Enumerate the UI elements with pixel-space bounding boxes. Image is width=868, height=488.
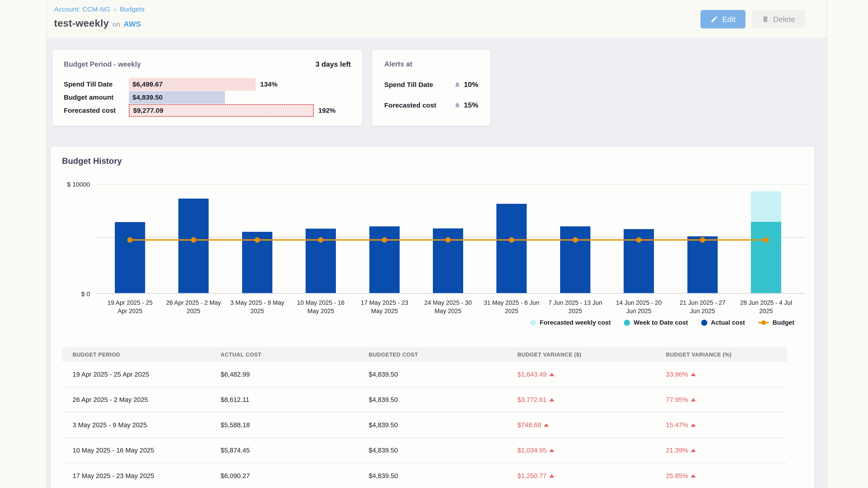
alert-threshold-value: 15% <box>464 101 478 109</box>
cell-actual-cost: $8,612.11 <box>221 396 369 403</box>
cell-actual-cost: $6,090.27 <box>221 472 369 480</box>
budget-period-head: Budget Period - weekly 3 days left <box>64 60 351 68</box>
chart-x-label: 10 May 2025 - 16 May 2025 <box>285 299 357 315</box>
table-column-header: BUDGET VARIANCE (%) <box>666 352 787 358</box>
cell-actual-cost: $5,874.45 <box>221 447 369 454</box>
budget-line-point[interactable] <box>700 237 705 242</box>
budget-line-point[interactable] <box>382 237 387 242</box>
triangle-up-icon <box>549 474 554 478</box>
table-row: 10 May 2025 - 16 May 2025$5,874.45$4,839… <box>62 438 787 463</box>
budget-line-point[interactable] <box>572 237 578 242</box>
chart-x-label: 24 May 2025 - 30 May 2025 <box>412 299 484 315</box>
triangle-up-icon <box>691 423 696 427</box>
delete-button-label: Delete <box>773 15 795 24</box>
legend-item-label: Week to Date cost <box>633 319 688 326</box>
budget-line-point[interactable] <box>445 237 451 242</box>
y-axis-zero-label: $ 0 <box>51 291 90 298</box>
table-header-row: BUDGET PERIODACTUAL COSTBUDGETED COSTBUD… <box>62 347 787 362</box>
alert-row-label: Spend Till Date <box>384 81 433 89</box>
budget-line-point[interactable] <box>191 237 196 242</box>
table-row: 3 May 2025 - 9 May 2025$5,588.18$4,839.5… <box>62 413 787 438</box>
budget-period-bar: $9,277.09 <box>129 104 314 117</box>
legend-item[interactable]: Budget <box>758 319 794 326</box>
cell-budget-period: 26 Apr 2025 - 2 May 2025 <box>72 396 221 403</box>
alert-row: Spend Till Date10% <box>384 80 478 89</box>
alerts-title: Alerts at <box>384 60 412 68</box>
cell-budget-period: 17 May 2025 - 23 May 2025 <box>72 472 221 480</box>
budget-line-point[interactable] <box>636 237 642 242</box>
actual-cost-bar[interactable] <box>178 199 209 293</box>
triangle-up-icon <box>549 398 554 401</box>
trash-icon <box>762 15 769 23</box>
cell-actual-cost: $5,588.18 <box>221 421 369 429</box>
page-title: test-weekly <box>54 18 109 29</box>
bell-icon <box>454 102 461 109</box>
actual-cost-bar[interactable] <box>369 226 400 293</box>
legend-item-label: Forecasted weekly cost <box>540 319 611 326</box>
cell-budget-variance-usd: $1,034.95 <box>518 447 666 454</box>
chart-x-label: 14 Jun 2025 - 20 Jun 2025 <box>602 299 675 315</box>
edit-button[interactable]: Edit <box>701 10 745 29</box>
budget-line-point[interactable] <box>763 237 769 242</box>
cell-budgeted-cost: $4,839.50 <box>369 472 518 480</box>
table-column-header: ACTUAL COST <box>221 352 369 358</box>
bell-icon <box>454 81 461 88</box>
breadcrumb-account-link[interactable]: Account: CCM-NG <box>54 5 110 13</box>
table-row: 19 Apr 2025 - 25 Apr 2025$6,482.99$4,839… <box>62 362 787 387</box>
chart-x-label: 7 Jun 2025 - 13 Jun 2025 <box>539 299 612 315</box>
budget-line-icon <box>758 322 769 323</box>
alert-row-label: Forecasted cost <box>384 101 436 109</box>
triangle-up-icon <box>549 449 554 452</box>
cell-budgeted-cost: $4,839.50 <box>369 447 518 454</box>
cell-budget-variance-usd: $3,772.61 <box>518 396 666 403</box>
budget-history-chart <box>95 184 805 294</box>
cell-budget-variance-pct: 77.95% <box>666 396 787 403</box>
chart-x-label: 17 May 2025 - 23 May 2025 <box>348 299 421 315</box>
chart-x-label: 3 May 2025 - 9 May 2025 <box>221 299 293 315</box>
actual-cost-bar[interactable] <box>560 226 590 293</box>
cell-actual-cost: $6,482.99 <box>221 371 369 378</box>
week-to-date-bar[interactable] <box>751 222 781 293</box>
series-dot-icon <box>624 320 630 326</box>
budget-line-point[interactable] <box>318 237 323 242</box>
budget-period-card: Budget Period - weekly 3 days left Spend… <box>53 50 362 126</box>
breadcrumb: Account: CCM-NG › Budgets <box>54 5 145 13</box>
legend-item[interactable]: Actual cost <box>701 319 745 326</box>
budget-period-row: Forecasted cost$9,277.09192% <box>64 104 351 117</box>
edit-button-label: Edit <box>722 15 736 24</box>
legend-item[interactable]: Week to Date cost <box>624 319 688 326</box>
cell-budget-variance-pct: 15.47% <box>666 421 787 429</box>
actual-cost-bar[interactable] <box>687 236 718 293</box>
legend-item[interactable]: Forecasted weekly cost <box>530 319 611 326</box>
budget-period-rows: Spend Till Date$6,499.67134%Budget amoun… <box>64 78 351 117</box>
table-column-header: BUDGETED COST <box>369 352 518 358</box>
cell-budgeted-cost: $4,839.50 <box>369 396 518 403</box>
budget-period-row-label: Budget amount <box>64 94 129 101</box>
series-dot-icon <box>530 320 536 326</box>
budget-period-row: Spend Till Date$6,499.67134% <box>64 78 351 91</box>
chart-legend: Forecasted weekly costWeek to Date costA… <box>530 319 794 326</box>
cell-budget-period: 10 May 2025 - 16 May 2025 <box>72 447 221 454</box>
chart-x-label: 28 Jun 2025 - 4 Jul 2025 <box>730 299 802 315</box>
chart-x-label: 26 Apr 2025 - 2 May 2025 <box>157 299 230 315</box>
budget-period-title: Budget Period - weekly <box>64 60 141 68</box>
budget-history-panel: Budget History $ 10000 $ 0 19 Apr 2025 -… <box>51 147 815 488</box>
delete-button[interactable]: Delete <box>752 10 805 29</box>
legend-item-label: Budget <box>773 319 794 326</box>
title-row: test-weekly on AWS <box>54 18 141 29</box>
budget-line-point[interactable] <box>509 237 514 242</box>
budget-history-table: BUDGET PERIODACTUAL COSTBUDGETED COSTBUD… <box>62 347 787 488</box>
budget-line-point[interactable] <box>127 237 133 242</box>
cell-budget-variance-pct: 21.39% <box>666 447 787 454</box>
budget-period-bar: $4,839.50 <box>129 91 225 104</box>
actual-cost-bar[interactable] <box>496 204 527 293</box>
triangle-up-icon <box>691 373 696 376</box>
alert-threshold-value: 10% <box>464 80 478 89</box>
series-dot-icon <box>701 320 707 326</box>
table-row: 26 Apr 2025 - 2 May 2025$8,612.11$4,839.… <box>62 387 787 413</box>
cell-budgeted-cost: $4,839.50 <box>369 371 518 378</box>
budget-line-point[interactable] <box>254 237 260 242</box>
main-area: Budget Period - weekly 3 days left Spend… <box>47 38 827 488</box>
actual-cost-bar[interactable] <box>115 222 145 293</box>
breadcrumb-budgets-link[interactable]: Budgets <box>120 5 145 13</box>
